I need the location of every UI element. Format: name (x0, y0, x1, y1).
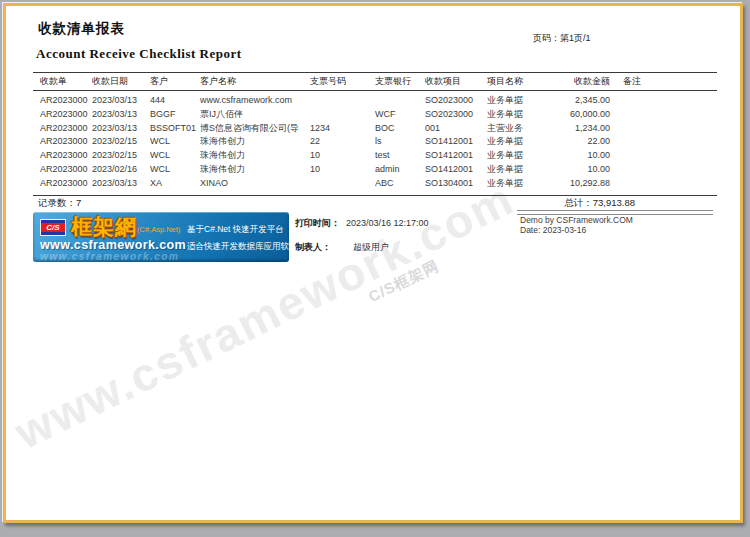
cell-note (610, 177, 717, 191)
cell-amount: 2,345.00 (557, 94, 610, 108)
cell-customer-name: 票IJ八佰伴 (200, 108, 310, 122)
cell-customer-name: 珠海伟创力 (200, 149, 310, 163)
cell-amount: 22.00 (557, 135, 610, 149)
col-header-item: 收款项目 (425, 73, 487, 90)
cs-flag-logo-icon: C/S (40, 219, 66, 236)
table-row: AR2023000 2023/02/16 WCL 珠海伟创力 10 admin … (33, 163, 717, 177)
cell-item-name: 主营业务 (487, 122, 557, 136)
cell-note (610, 122, 717, 136)
banner-tagline-1: 基于C#.Net 快速开发平台 (187, 221, 289, 238)
cell-item: SO2023000 (425, 94, 487, 108)
cell-item-name: 业务单据 (487, 94, 557, 108)
cell-cheque-bank: admin (375, 163, 425, 177)
cell-receipt-no: AR2023000 (33, 149, 92, 163)
cell-item-name: 业务单据 (487, 177, 557, 191)
cell-note (610, 163, 717, 177)
col-header-cheque-no: 支票号码 (310, 73, 375, 90)
cell-cheque-no (310, 177, 375, 191)
cell-cheque-no: 10 (310, 163, 375, 177)
cell-receipt-no: AR2023000 (33, 163, 92, 177)
cell-customer-name: www.csframework.com (200, 94, 310, 108)
cell-customer: WCL (150, 163, 200, 177)
cell-item-name: 业务单据 (487, 135, 557, 149)
banner-url-watermark: www.csframework.com (40, 251, 179, 262)
cell-customer-name: 博S信息咨询有限公司(导 (200, 122, 310, 136)
cell-cheque-bank: test (375, 149, 425, 163)
cell-receipt-no: AR2023000 (33, 177, 92, 191)
table-row: AR2023000 2023/03/13 BGGF 票IJ八佰伴 WCF SO2… (33, 108, 717, 122)
table-row: AR2023000 2023/03/13 XA XINAO ABC SO1304… (33, 177, 717, 191)
cell-note (610, 135, 717, 149)
report-title-cn: 收款清单报表 (38, 20, 125, 38)
table-row: AR2023000 2023/02/15 WCL 珠海伟创力 10 test S… (33, 149, 717, 163)
cell-cheque-no (310, 94, 375, 108)
cell-amount: 10,292.88 (557, 177, 610, 191)
cell-customer-name: 珠海伟创力 (200, 163, 310, 177)
demo-stamp-line1: Demo by CSFramework.COM (520, 215, 633, 225)
cell-item-name: 业务单据 (487, 108, 557, 122)
cell-item: SO2023000 (425, 108, 487, 122)
receipts-table: 收款单 收款日期 客户 客户名称 支票号码 支票银行 收款项目 项目名称 收款金… (33, 72, 717, 196)
cell-item: SO1412001 (425, 149, 487, 163)
cell-customer: WCL (150, 135, 200, 149)
cell-customer: XA (150, 177, 200, 191)
preparer-label: 制表人： (295, 242, 331, 252)
cell-cheque-bank: ABC (375, 177, 425, 191)
col-header-item-name: 项目名称 (487, 73, 557, 90)
print-time-line: 打印时间：2023/03/16 12:17:00 (295, 217, 429, 230)
page-number: 页码：第1页/1 (533, 32, 591, 45)
cell-item: SO1412001 (425, 163, 487, 177)
cell-receipt-date: 2023/02/15 (92, 149, 150, 163)
cs-flag-text: C/S (41, 223, 65, 233)
cell-item-name: 业务单据 (487, 149, 557, 163)
table-body: AR2023000 2023/03/13 444 www.csframework… (33, 91, 717, 196)
cell-receipt-date: 2023/02/15 (92, 135, 150, 149)
report-title-en: Account Receive Checklist Report (36, 46, 242, 62)
cell-cheque-bank: WCF (375, 108, 425, 122)
cell-receipt-date: 2023/03/13 (92, 94, 150, 108)
cell-item: SO1412001 (425, 135, 487, 149)
cell-note (610, 108, 717, 122)
demo-stamp: Demo by CSFramework.COM Date: 2023-03-16 (520, 215, 633, 235)
cell-receipt-no: AR2023000 (33, 122, 92, 136)
demo-stamp-line2: Date: 2023-03-16 (520, 225, 633, 235)
cell-cheque-bank (375, 94, 425, 108)
cell-cheque-bank: BOC (375, 122, 425, 136)
table-row: AR2023000 2023/03/13 BSSOFT01 博S信息咨询有限公司… (33, 122, 717, 136)
cell-receipt-date: 2023/03/13 (92, 122, 150, 136)
banner-taglines: 基于C#.Net 快速开发平台 适合快速开发数据库应用软件 (187, 221, 289, 254)
banner-url: www.csframework.com (40, 238, 186, 252)
cell-customer: BGGF (150, 108, 200, 122)
cell-cheque-no: 10 (310, 149, 375, 163)
cell-amount: 60,000.00 (557, 108, 610, 122)
col-header-receipt-no: 收款单 (33, 73, 92, 90)
cell-cheque-no: 22 (310, 135, 375, 149)
print-time-value: 2023/03/16 12:17:00 (346, 218, 429, 228)
col-header-customer-name: 客户名称 (200, 73, 310, 90)
cell-note (610, 149, 717, 163)
record-count: 记录数：7 (38, 197, 81, 210)
cell-receipt-date: 2023/03/13 (92, 108, 150, 122)
cell-customer-name: 珠海伟创力 (200, 135, 310, 149)
cell-cheque-no: 1234 (310, 122, 375, 136)
cell-amount: 10.00 (557, 149, 610, 163)
col-header-customer: 客户 (150, 73, 200, 90)
table-row: AR2023000 2023/02/15 WCL 珠海伟创力 22 ls SO1… (33, 135, 717, 149)
cell-receipt-no: AR2023000 (33, 94, 92, 108)
report-page-sheet: www.csframework.com C/S框架网 收款清单报表 Accoun… (3, 3, 743, 523)
cell-item-name: 业务单据 (487, 163, 557, 177)
col-header-amount: 收款金额 (557, 73, 610, 90)
table-header-row: 收款单 收款日期 客户 客户名称 支票号码 支票银行 收款项目 项目名称 收款金… (33, 72, 717, 91)
cell-amount: 1,234.00 (557, 122, 610, 136)
cell-receipt-date: 2023/03/13 (92, 177, 150, 191)
cell-customer: 444 (150, 94, 200, 108)
cell-cheque-no (310, 108, 375, 122)
cell-receipt-no: AR2023000 (33, 108, 92, 122)
cell-customer: BSSOFT01 (150, 122, 200, 136)
col-header-receipt-date: 收款日期 (92, 73, 150, 90)
banner-brand: 框架網 (71, 213, 137, 241)
cell-note (610, 94, 717, 108)
cell-cheque-bank: ls (375, 135, 425, 149)
cell-item: SO1304001 (425, 177, 487, 191)
table-row: AR2023000 2023/03/13 444 www.csframework… (33, 94, 717, 108)
